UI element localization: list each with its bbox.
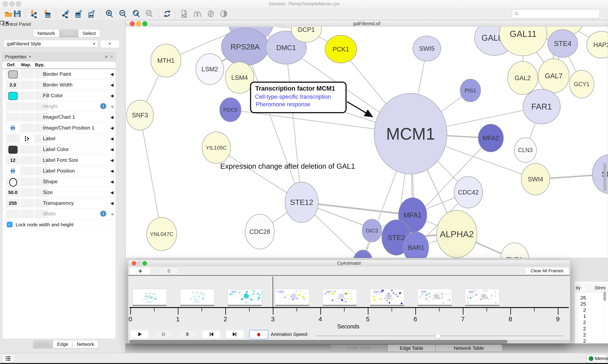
property-row[interactable]: Label◀ bbox=[2, 133, 116, 144]
export-network-button[interactable] bbox=[60, 9, 69, 18]
table-cell-value[interactable]: 1 bbox=[576, 313, 586, 319]
tab-network-style[interactable]: Network bbox=[72, 340, 98, 348]
collapse-row-icon[interactable]: ◀ bbox=[110, 169, 113, 173]
property-default-cell[interactable]: 2.0 bbox=[6, 81, 19, 89]
timeline-frame-0[interactable] bbox=[133, 289, 167, 305]
network-node-cdc42[interactable]: CDC42 bbox=[454, 176, 483, 208]
collapse-row-icon[interactable]: ◀ bbox=[110, 158, 113, 163]
network-node-gcy1[interactable]: GCY1 bbox=[569, 70, 594, 98]
property-mapping-cell[interactable] bbox=[20, 178, 34, 186]
network-node-cdc28[interactable]: CDC28 bbox=[245, 214, 274, 249]
network-edge[interactable] bbox=[140, 115, 162, 234]
property-row[interactable]: Widthi◀ bbox=[2, 208, 116, 219]
network-node-ste4[interactable]: STE4 bbox=[548, 30, 578, 57]
network-node-ste12[interactable]: STE12 bbox=[285, 182, 318, 222]
record-button[interactable] bbox=[249, 330, 268, 339]
property-default-cell[interactable] bbox=[6, 102, 19, 111]
network-node-mfa2[interactable]: MFA2 bbox=[478, 124, 503, 152]
property-row[interactable]: Image/Chart 1◀ bbox=[2, 112, 116, 123]
tab-style[interactable]: Style bbox=[59, 29, 78, 37]
network-node-cutp[interactable] bbox=[353, 250, 373, 258]
property-mapping-cell[interactable] bbox=[20, 210, 34, 218]
property-row[interactable]: Label Position◀ bbox=[2, 165, 116, 176]
network-node-pck1[interactable]: PCK1 bbox=[325, 35, 357, 63]
property-default-cell[interactable]: 50.0 bbox=[6, 188, 19, 196]
property-mapping-cell[interactable] bbox=[20, 113, 34, 121]
property-row[interactable]: 50.0Size◀ bbox=[2, 187, 116, 198]
network-node-far1[interactable]: FAR1 bbox=[523, 89, 560, 124]
property-mapping-cell[interactable] bbox=[20, 135, 34, 143]
property-mapping-cell[interactable] bbox=[20, 124, 34, 132]
tab-edge-style[interactable]: Edge bbox=[53, 340, 72, 348]
table-scrollbar[interactable] bbox=[603, 293, 607, 346]
collapse-row-icon[interactable]: ◀ bbox=[110, 147, 113, 152]
timeline-playhead[interactable] bbox=[273, 277, 273, 308]
dev-panel-button[interactable] bbox=[2, 354, 14, 363]
property-row[interactable]: 2.0Border Width◀ bbox=[2, 79, 116, 90]
property-row[interactable]: Label Color◀ bbox=[2, 144, 116, 155]
collapse-row-icon[interactable]: ◀ bbox=[110, 126, 113, 130]
zoom-in-button[interactable] bbox=[105, 9, 114, 18]
property-default-cell[interactable]: 255 bbox=[6, 199, 19, 207]
timeline-frame-4[interactable] bbox=[323, 289, 357, 305]
cyanimator-titlebar[interactable]: CyAnimator bbox=[128, 260, 570, 266]
refresh-button[interactable] bbox=[163, 9, 172, 18]
lock-size-checkbox[interactable]: ✓ bbox=[7, 222, 13, 227]
cyanimator-timeline[interactable]: 0123456789 Seconds bbox=[128, 276, 570, 328]
tab-network[interactable]: Network bbox=[33, 29, 59, 37]
network-node-rps28a[interactable]: RPS28A bbox=[221, 28, 269, 65]
annotation-link-1[interactable]: Cell-type-specific transcription bbox=[255, 93, 331, 100]
property-row[interactable]: Image/Chart Position 1◀ bbox=[2, 122, 116, 133]
property-mapping-cell[interactable] bbox=[20, 156, 34, 164]
table-cell-value[interactable]: 2 bbox=[576, 307, 586, 313]
network-node-mth1[interactable]: MTH1 bbox=[151, 44, 181, 77]
collapse-row-icon[interactable]: ◀ bbox=[110, 212, 113, 217]
info-icon[interactable]: i bbox=[100, 103, 106, 109]
collapse-row-icon[interactable]: ◀ bbox=[110, 104, 113, 109]
stop-button[interactable] bbox=[178, 330, 197, 338]
collapse-all-icon[interactable]: « bbox=[109, 55, 115, 58]
style-options-button[interactable]: ▾ bbox=[100, 40, 120, 48]
property-default-cell[interactable] bbox=[6, 124, 19, 132]
property-mapping-cell[interactable] bbox=[20, 199, 34, 207]
collapse-row-icon[interactable]: ◀ bbox=[110, 190, 113, 195]
table-cell-value[interactable]: 2 bbox=[576, 332, 586, 338]
go-to-start-button[interactable] bbox=[202, 330, 221, 338]
tab-node-table[interactable]: Node Table bbox=[331, 345, 387, 351]
network-node-gic2[interactable]: GIC2 bbox=[362, 219, 382, 242]
property-mapping-cell[interactable] bbox=[20, 91, 34, 100]
collapse-row-icon[interactable]: ◀ bbox=[110, 83, 113, 87]
property-mapping-cell[interactable] bbox=[20, 70, 34, 78]
memory-button[interactable]: Memory bbox=[586, 354, 607, 363]
table-cell-value[interactable]: 26 bbox=[576, 295, 586, 301]
property-default-cell[interactable] bbox=[6, 91, 19, 100]
style-select[interactable]: galFiltered Style ▾ bbox=[3, 40, 98, 47]
search-input[interactable] bbox=[521, 10, 597, 17]
property-default-cell[interactable] bbox=[6, 210, 19, 218]
tab-edge-table[interactable]: Edge Table bbox=[387, 345, 435, 351]
network-node-yil105c[interactable]: YIL105C bbox=[202, 132, 231, 164]
network-from-file-button[interactable] bbox=[180, 9, 189, 18]
property-default-cell[interactable] bbox=[6, 70, 19, 78]
table-cell-value[interactable]: 2 bbox=[576, 326, 586, 332]
info-icon[interactable]: i bbox=[100, 211, 106, 217]
column-centrality[interactable]: ity bbox=[576, 285, 580, 290]
collapse-row-icon[interactable]: ◀ bbox=[110, 115, 113, 120]
zoom-selected-button[interactable] bbox=[145, 9, 154, 18]
network-node-mcm1[interactable]: MCM1 bbox=[374, 93, 447, 174]
network-node-pdc5[interactable]: PDC5 bbox=[220, 98, 241, 122]
table-cell-value[interactable]: 25 bbox=[576, 301, 586, 307]
network-node-lsm2[interactable]: LSM2 bbox=[196, 54, 224, 85]
property-row[interactable]: Border Paint◀ bbox=[2, 69, 116, 79]
network-node-hap2[interactable]: HAP2 bbox=[587, 31, 608, 58]
table-cell-value[interactable]: 2 bbox=[576, 320, 586, 325]
property-row[interactable]: Fill Color◀ bbox=[2, 90, 116, 101]
network-node-swi5[interactable]: SWI5 bbox=[413, 36, 441, 61]
network-edge[interactable] bbox=[245, 47, 302, 202]
clear-all-frames-button[interactable]: Clear All Frames bbox=[525, 267, 569, 274]
property-mapping-cell[interactable] bbox=[20, 102, 34, 111]
network-edge[interactable] bbox=[286, 48, 302, 202]
property-default-cell[interactable] bbox=[6, 135, 19, 143]
pause-button[interactable] bbox=[154, 330, 173, 338]
network-window-titlebar[interactable]: galFiltered.sif bbox=[125, 20, 608, 27]
